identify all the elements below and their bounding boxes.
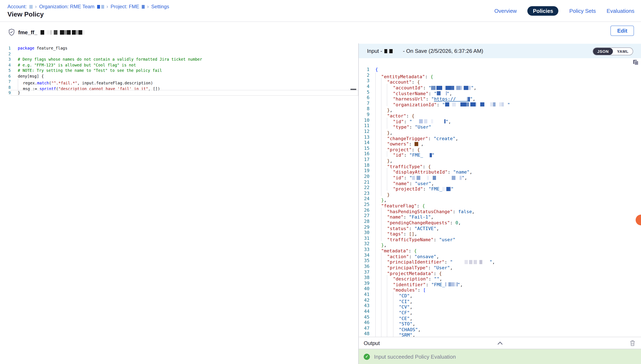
code-line: 33"metadata": { <box>359 247 641 252</box>
breadcrumb-project-link[interactable]: Project: FME <box>111 4 139 10</box>
json-toggle-button[interactable]: JSON <box>593 48 613 55</box>
code-line: 17}, <box>359 157 641 162</box>
code-line: 2"entityMetadata": { <box>359 72 641 78</box>
code-line: 38"description": "", <box>359 275 641 280</box>
code-line: 36"principalType": "User", <box>359 264 641 269</box>
code-line: 16"id": "FME_" <box>359 151 641 157</box>
rego-code-editor[interactable]: 1package feature_flags2 3# Deny flags wh… <box>0 43 358 364</box>
success-message: Input succeeded Policy Evaluation <box>374 354 456 360</box>
code-line: 34"action": "onsave", <box>359 252 641 258</box>
policy-shield-icon <box>8 28 15 36</box>
code-line: 28"pendingChangeRequests": 0, <box>359 219 641 224</box>
code-line: 11"type": "User" <box>359 123 641 129</box>
code-line: 2 <box>0 51 358 56</box>
input-title-suffix: - On Save (2/5/2026, 6:37:26 AM) <box>403 48 483 54</box>
output-label: Output <box>364 340 380 346</box>
code-line: 31"trafficTypeName": "user" <box>359 236 641 241</box>
code-line: 6deny[msg] { <box>0 73 358 79</box>
copy-icon[interactable] <box>633 60 638 65</box>
code-line: 5# NOTE: Try setting the name to "Test" … <box>0 68 358 73</box>
code-line: 44"CF", <box>359 309 641 314</box>
breadcrumb-org-link[interactable]: Organization: RME Team <box>39 4 94 10</box>
code-line: 7regex.match("^.*fail.*", input.featureF… <box>0 79 358 84</box>
tab-evaluations[interactable]: Evaluations <box>607 8 634 14</box>
trash-icon[interactable] <box>630 340 635 346</box>
code-line: 3# Deny flags whose names do not contain… <box>0 56 358 62</box>
yaml-toggle-button[interactable]: YAML <box>613 48 633 55</box>
code-line: 6"harnessUrl": "https://", <box>359 95 641 100</box>
code-line: 24}, <box>359 196 641 202</box>
code-line: 29"status": "ACTIVE", <box>359 224 641 230</box>
code-line: 3"account": { <box>359 78 641 84</box>
code-line: 47"CHAOS", <box>359 326 641 331</box>
code-line: 48"SRM", <box>359 331 641 337</box>
code-line: 39"identifier": "FME_", <box>359 281 641 286</box>
code-line: 8msg := sprintf("description cannot have… <box>0 84 358 90</box>
code-line: 45"CE", <box>359 314 641 320</box>
chevron-right-icon: › <box>35 4 37 10</box>
code-line: 5"clusterName": "", <box>359 89 641 95</box>
code-line: 4# e.g. "FFM-123" is allowed but "Cool f… <box>0 62 358 68</box>
evaluation-success-banner: ✓ Input succeeded Policy Evaluation <box>359 349 641 364</box>
code-line: 14"owners": , <box>359 140 641 146</box>
code-line: 22"projectId": "FME_" <box>359 185 641 190</box>
policy-bar: fme_ff_ Edit <box>0 22 641 43</box>
org-redaction <box>97 5 104 8</box>
code-line: 8}, <box>359 106 641 112</box>
page-title: View Policy <box>8 11 44 18</box>
tab-policies[interactable]: Policies <box>528 6 559 16</box>
output-bar: Output <box>359 337 641 349</box>
chevron-right-icon: › <box>106 4 108 10</box>
tab-policy-sets[interactable]: Policy Sets <box>569 8 596 14</box>
input-panel: Input - - On Save (2/5/2026, 6:37:26 AM)… <box>359 43 641 364</box>
chevron-up-icon[interactable] <box>497 341 503 345</box>
code-line: 40"modules": [ <box>359 286 641 292</box>
breadcrumb-account-link[interactable]: Account: <box>8 4 27 10</box>
code-line: 4"accountId": "", <box>359 84 641 89</box>
code-line: 35"principalIdentifier": "", <box>359 258 641 264</box>
code-line: 42"CI", <box>359 297 641 303</box>
code-line: 37"projectMetadata": { <box>359 269 641 275</box>
edit-button[interactable]: Edit <box>611 26 634 36</box>
json-input-editor[interactable]: 1{2"entityMetadata": {3"account": {4"acc… <box>359 67 641 337</box>
input-panel-header: Input - - On Save (2/5/2026, 6:37:26 AM)… <box>359 44 641 58</box>
account-redaction <box>29 5 33 8</box>
code-line: 21"name": "user", <box>359 179 641 185</box>
breadcrumb-settings-link[interactable]: Settings <box>151 4 169 10</box>
code-line: 9"actor": { <box>359 112 641 118</box>
code-line: 10"id": "", <box>359 118 641 123</box>
code-line: 1package feature_flags <box>0 46 358 51</box>
code-line: 41"CD", <box>359 292 641 297</box>
module-tabs: Overview Policies Policy Sets Evaluation… <box>494 6 634 16</box>
input-title-redaction <box>384 49 401 53</box>
code-line: 30"tags": [], <box>359 230 641 236</box>
code-line: 43"CV", <box>359 303 641 309</box>
code-line: 25"featureFlag": { <box>359 202 641 208</box>
code-line: 7"organizationId": "" <box>359 101 641 106</box>
code-line: 9} <box>0 90 358 96</box>
code-line: 15"project": { <box>359 146 641 151</box>
rego-code-lines: 1package feature_flags2 3# Deny flags wh… <box>0 46 358 96</box>
policy-name-redaction <box>41 30 85 34</box>
input-title-prefix: Input - <box>367 48 382 54</box>
code-line: 27"name": "Fail-1", <box>359 213 641 219</box>
code-line: 18"trafficType": { <box>359 162 641 168</box>
project-redaction <box>142 5 145 8</box>
breadcrumb: Account: › Organization: RME Team › Proj… <box>8 4 169 10</box>
code-line: 20"id": "", <box>359 174 641 179</box>
code-line: 13"changeTrigger": "create", <box>359 134 641 140</box>
format-toggle: JSON YAML <box>593 48 633 55</box>
code-line: 46"STO", <box>359 320 641 326</box>
code-line: 23} <box>359 191 641 196</box>
page: Account: › Organization: RME Team › Proj… <box>0 0 641 364</box>
chevron-right-icon: › <box>147 4 149 10</box>
code-line: 32}, <box>359 241 641 247</box>
policy-name: fme_ff_ <box>18 29 37 35</box>
code-line: 1{ <box>359 67 641 72</box>
tab-overview[interactable]: Overview <box>494 8 517 14</box>
code-line: 12}, <box>359 129 641 134</box>
code-line: 26"hasPendingStatusChange": false, <box>359 208 641 213</box>
success-check-icon: ✓ <box>364 354 370 360</box>
code-line: 19"displayAttributeId": "name", <box>359 168 641 174</box>
overview-ruler-cursor <box>350 89 356 90</box>
